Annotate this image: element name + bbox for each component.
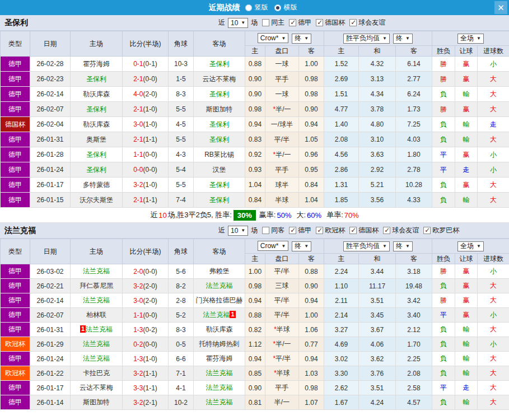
corner-score: 4-5: [169, 117, 194, 132]
match-date: 26-01-14: [30, 395, 71, 410]
full-time-score: 1-1: [133, 311, 143, 319]
result-handicap: 輸: [455, 323, 478, 337]
sub-column-header: 客: [396, 46, 432, 57]
home-team: 多特蒙德: [71, 178, 123, 193]
same-venue-label[interactable]: 同客: [271, 226, 284, 235]
league-checkbox-label-0[interactable]: 德甲: [298, 18, 311, 27]
radio-horizontal-label[interactable]: 横版: [284, 3, 297, 12]
handicap-home-odds: 0.90: [245, 381, 265, 395]
league-checkbox-0[interactable]: [289, 227, 296, 234]
corner-score: 8-3: [169, 323, 194, 337]
handicap-rate-value: 50%: [277, 211, 291, 220]
league-checkbox-label-1[interactable]: 欧冠杯: [325, 226, 345, 235]
handicap-home-odds: 0.82: [245, 323, 265, 337]
half-time-score: (2-0): [143, 90, 157, 98]
match-row: 德甲26-02-07圣保利2-1(1-0)5-5斯图加特0.98*半/一0.90…: [1, 102, 509, 117]
result-win-draw-lose: 負: [432, 178, 455, 193]
away-team: 法兰克福: [194, 381, 245, 395]
league-checkbox-label-1[interactable]: 德国杯: [325, 18, 345, 27]
handicap-away-odds: 1.06: [299, 323, 324, 337]
league-checkbox-0[interactable]: [289, 19, 296, 26]
europe-source-dropdown[interactable]: 胜平负均值▼: [343, 34, 390, 44]
handicap-away-odds: 0.94: [299, 117, 324, 132]
europe-draw-odds: 3.45: [359, 308, 396, 323]
team-name: 圣保利: [209, 90, 230, 98]
column-header: 主场: [71, 31, 123, 57]
europe-away-odds: 2.77: [396, 72, 432, 87]
section-team-title: 法兰克福: [4, 226, 36, 236]
result-goals-over-under: 大: [478, 279, 509, 293]
handicap-line-text: 平/半: [274, 136, 289, 143]
result-win-draw-lose: 負: [432, 337, 455, 352]
league-checkbox-label-0[interactable]: 德甲: [298, 226, 311, 235]
league-checkbox-2[interactable]: [349, 19, 357, 26]
league-checkbox-label-2[interactable]: 德国杯: [358, 226, 379, 235]
handicap-source-dropdown[interactable]: Crow*▼: [258, 33, 289, 43]
europe-final-dropdown[interactable]: 终▼: [393, 34, 413, 44]
radio-vertical-label[interactable]: 竖版: [255, 3, 268, 12]
handicap-away-odds: 0.96: [299, 147, 324, 162]
handicap-line: *平/半: [265, 352, 299, 366]
same-venue-checkbox[interactable]: [262, 227, 269, 234]
table-header-group-row: 类型日期主场比分(半场)角球客场Crow*▼终▼胜平负均值▼终▼全场▼: [1, 31, 509, 46]
result-handicap: 赢: [455, 147, 478, 162]
europe-final-dropdown[interactable]: 终▼: [393, 241, 413, 251]
league-badge: 德甲: [1, 57, 30, 72]
league-checkbox-4[interactable]: [423, 227, 431, 234]
handicap-home-odds: 0.85: [245, 366, 265, 381]
corner-score: 5-4: [169, 162, 194, 178]
result-win-draw-lose: 勝: [432, 293, 455, 308]
league-checkbox-2[interactable]: [349, 227, 357, 234]
handicap-source-dropdown[interactable]: Crow*▼: [258, 241, 289, 251]
chevron-down-icon: ▼: [405, 244, 410, 249]
league-badge: 德甲: [1, 132, 30, 147]
league-checkbox-label-3[interactable]: 球会友谊: [392, 226, 419, 235]
team-name: 圣保利: [209, 196, 230, 204]
match-date: 26-01-17: [30, 178, 71, 193]
match-row: 德甲26-01-311法兰克福1-3(0-2)8-3勒沃库森0.82*半球1.0…: [1, 323, 509, 337]
handicap-away-odds: 0.98: [299, 72, 324, 87]
radio-horizontal-mode[interactable]: [274, 4, 281, 11]
corner-score: 5-5: [169, 102, 194, 117]
team-name: 勒沃库森: [206, 325, 233, 333]
handicap-final-dropdown[interactable]: 终▼: [292, 241, 311, 251]
home-team: 1法兰克福: [71, 323, 123, 337]
match-count-dropdown[interactable]: 10▼: [228, 226, 248, 236]
league-checkbox-3[interactable]: [383, 227, 390, 234]
match-score: 0-1(0-1): [123, 57, 169, 72]
europe-home-odds: 4.56: [324, 147, 359, 162]
europe-source-dropdown[interactable]: 胜平负均值▼: [343, 241, 390, 251]
sub-column-header: 客: [396, 254, 432, 264]
full-time-score: 3-2: [133, 181, 143, 189]
win-rate-badge: 30%: [234, 210, 256, 221]
match-count-dropdown[interactable]: 10▼: [228, 18, 248, 28]
handicap-away-odds: 0.98: [299, 87, 324, 102]
handicap-home-odds: 0.93: [245, 162, 265, 178]
full-time-score: 2-1: [133, 105, 143, 113]
handicap-away-odds: 1.07: [299, 395, 324, 410]
handicap-source-dropdown-value: Crow*: [260, 34, 279, 42]
league-checkbox-label-2[interactable]: 球会友谊: [358, 18, 385, 27]
handicap-final-dropdown[interactable]: 终▼: [292, 34, 311, 44]
handicap-line-text: 平/半: [275, 354, 291, 362]
handicap-home-odds: 0.81: [245, 395, 265, 410]
radio-vertical-mode[interactable]: [245, 4, 252, 11]
match-score: 1-3(0-2): [123, 323, 169, 337]
europe-away-odds: 2.12: [396, 323, 432, 337]
team-name: 圣保利: [209, 136, 230, 143]
league-checkbox-label-4[interactable]: 欧罗巴杯: [432, 226, 459, 235]
league-checkbox-1[interactable]: [316, 19, 323, 26]
sub-column-header: 和: [359, 254, 396, 264]
same-venue-label[interactable]: 同主: [271, 18, 284, 27]
league-checkbox-1[interactable]: [316, 227, 323, 234]
single-rate-value: 70%: [344, 211, 359, 220]
match-row: 德甲26-02-21拜仁慕尼黑3-2(2-0)8-2法兰克福0.98三球0.90…: [1, 279, 509, 293]
same-venue-checkbox[interactable]: [262, 19, 269, 26]
corner-score: 5-5: [169, 178, 194, 193]
chevron-down-icon: ▼: [241, 20, 245, 25]
close-button[interactable]: ✕: [494, 1, 507, 14]
scope-dropdown[interactable]: 全场▼: [457, 241, 484, 251]
full-time-score: 2-0: [133, 268, 143, 276]
half-time-score: (0-0): [143, 151, 157, 158]
scope-dropdown[interactable]: 全场▼: [457, 34, 484, 44]
